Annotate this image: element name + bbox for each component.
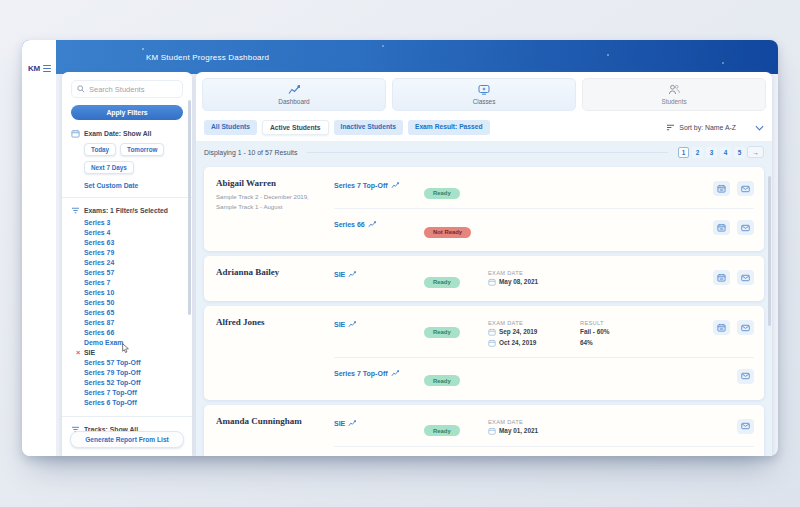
sidebar-exam-item[interactable]: Series 79 Top-Off — [84, 368, 183, 378]
sidebar-exam-item[interactable]: Series 52 Top-Off — [84, 378, 183, 388]
exam-link[interactable]: Series 66 — [334, 219, 424, 228]
search-students-field[interactable] — [71, 80, 183, 98]
mail-button[interactable] — [737, 369, 754, 384]
exam-name: Series 7 Top-Off — [334, 182, 388, 189]
sidebar-exam-item[interactable]: Series 3 — [84, 218, 183, 228]
mail-button[interactable] — [737, 320, 754, 335]
filter-chip[interactable]: Exam Result: Passed — [408, 120, 490, 135]
banner-star — [382, 45, 384, 47]
exam-link[interactable]: Series 7 Top-Off — [334, 368, 424, 377]
tab-dashboard[interactable]: Dashboard — [202, 78, 386, 111]
sidebar-exam-item-label: Series 66 — [84, 329, 114, 336]
status-badge: Not Ready — [424, 227, 471, 238]
search-input[interactable] — [89, 85, 177, 94]
page-button[interactable]: 2 — [692, 147, 703, 158]
sidebar-exam-item[interactable]: Series 57 Top-Off — [84, 358, 183, 368]
exam-dates-col: EXAM DATEMay 08, 2021 — [488, 269, 580, 287]
sort-icon — [666, 124, 675, 131]
sidebar-exam-item[interactable]: ×SIE — [84, 348, 183, 358]
apply-filters-button[interactable]: Apply Filters — [71, 105, 183, 120]
sidebar-exam-item[interactable]: Series 6 Top-Off — [84, 398, 183, 408]
status-badge: Ready — [424, 327, 460, 338]
sidebar-exam-item[interactable]: Demo Exam — [84, 338, 183, 348]
set-custom-date-link[interactable]: Set Custom Date — [84, 182, 183, 189]
sidebar-exam-item[interactable]: Series 24 — [84, 258, 183, 268]
sidebar-scrollbar[interactable] — [188, 100, 191, 315]
exam-dates-col: EXAM DATESep 24, 2019Oct 24, 2019 — [488, 319, 580, 348]
chevron-down-icon[interactable] — [755, 125, 764, 131]
sidebar-exam-item[interactable]: Series 57 — [84, 268, 183, 278]
mail-button[interactable] — [737, 181, 754, 196]
exam-link[interactable]: SIE — [334, 269, 424, 278]
sidebar-exam-item[interactable]: Series 50 — [84, 298, 183, 308]
generate-report-button[interactable]: Generate Report From List — [70, 431, 184, 448]
student-card: Alfred JonesSIEReadyEXAM DATESep 24, 201… — [204, 306, 764, 400]
next-7-days-button[interactable]: Next 7 Days — [84, 161, 134, 174]
remove-filter-icon[interactable]: × — [76, 348, 80, 358]
sidebar-exam-item-label: Series 7 — [84, 279, 110, 286]
calendar-button[interactable] — [713, 270, 730, 285]
exam-link[interactable]: Series 7 Top-Off — [334, 180, 424, 189]
page-button[interactable]: 5 — [734, 147, 745, 158]
sidebar-exam-item[interactable]: Series 66 — [84, 328, 183, 338]
trend-icon — [391, 370, 399, 377]
row-actions — [737, 368, 754, 384]
sidebar-exam-item[interactable]: Series 7 Top-Off — [84, 388, 183, 398]
exam-link[interactable]: SIE — [334, 319, 424, 328]
page-button[interactable]: 4 — [720, 147, 731, 158]
result-value: 64% — [580, 339, 652, 348]
mail-button[interactable] — [737, 270, 754, 285]
main-scrollbar[interactable] — [768, 176, 771, 326]
calendar-button[interactable] — [713, 320, 730, 335]
student-exam-row: SIEReadyEXAM DATESep 24, 2019Oct 24, 201… — [334, 314, 754, 353]
mail-button[interactable] — [737, 419, 754, 434]
top-banner: KM Student Progress Dashboard — [22, 40, 778, 74]
tomorrow-button[interactable]: Tomorrow — [120, 143, 164, 156]
trend-icon — [348, 420, 356, 427]
trend-icon — [348, 271, 356, 278]
tab-label: Dashboard — [278, 98, 309, 105]
sidebar-exam-item[interactable]: Series 10 — [84, 288, 183, 298]
row-actions — [713, 269, 754, 285]
student-tracks: Sample Track 2 - December 2019, Sample T… — [216, 192, 334, 212]
sort-control[interactable]: Sort by: Name A-Z — [666, 124, 736, 131]
student-name: Amanda Cunningham — [216, 416, 334, 426]
page-button[interactable]: 3 — [706, 147, 717, 158]
app-window: KM Student Progress Dashboard KM Apply F… — [22, 40, 778, 456]
calendar-button[interactable] — [713, 220, 730, 235]
exam-link[interactable]: SIE — [334, 418, 424, 427]
tab-students[interactable]: Students — [582, 78, 766, 111]
student-exam-row: Series 7 Top-OffReady — [334, 357, 754, 392]
nav-tabs: DashboardClassesStudents — [196, 72, 772, 117]
sidebar-exam-item[interactable]: Series 4 — [84, 228, 183, 238]
student-exams: SIEReadyEXAM DATEMay 01, 2021Series 7 To… — [334, 413, 754, 456]
filter-chip[interactable]: Active Students — [262, 120, 329, 135]
mail-button[interactable] — [737, 220, 754, 235]
sidebar-exam-item-label: Series 63 — [84, 239, 114, 246]
today-button[interactable]: Today — [84, 143, 116, 156]
desktop-background: KM Student Progress Dashboard KM Apply F… — [0, 0, 800, 507]
sidebar-exam-item-label: Series 4 — [84, 229, 110, 236]
hamburger-menu-icon[interactable] — [43, 65, 51, 72]
sidebar-exam-item[interactable]: Series 65 — [84, 308, 183, 318]
dashboard-icon — [288, 84, 300, 95]
calendar-button[interactable] — [713, 181, 730, 196]
sidebar-exam-item[interactable]: Series 7 — [84, 278, 183, 288]
board-icon — [478, 84, 490, 95]
page-button[interactable]: 1 — [678, 147, 689, 158]
filter-chip[interactable]: Inactive Students — [334, 120, 403, 135]
sidebar-exam-item-label: Series 3 — [84, 219, 110, 226]
sidebar-exam-item[interactable]: Series 79 — [84, 248, 183, 258]
result-value: Fail - 60% — [580, 328, 652, 337]
status-badge: Ready — [424, 277, 460, 288]
filter-chip[interactable]: All Students — [204, 120, 257, 135]
student-list: Abigail WarrenSample Track 2 - December … — [196, 163, 772, 456]
exam-name: SIE — [334, 321, 345, 328]
sidebar-exam-item-label: Series 6 Top-Off — [84, 399, 137, 406]
exam-date-value: May 01, 2021 — [499, 427, 538, 436]
next-page-button[interactable]: → — [747, 146, 764, 158]
sidebar-exam-item-label: Series 65 — [84, 309, 114, 316]
sidebar-exam-item[interactable]: Series 63 — [84, 238, 183, 248]
tab-classes[interactable]: Classes — [392, 78, 576, 111]
sidebar-exam-item[interactable]: Series 87 — [84, 318, 183, 328]
